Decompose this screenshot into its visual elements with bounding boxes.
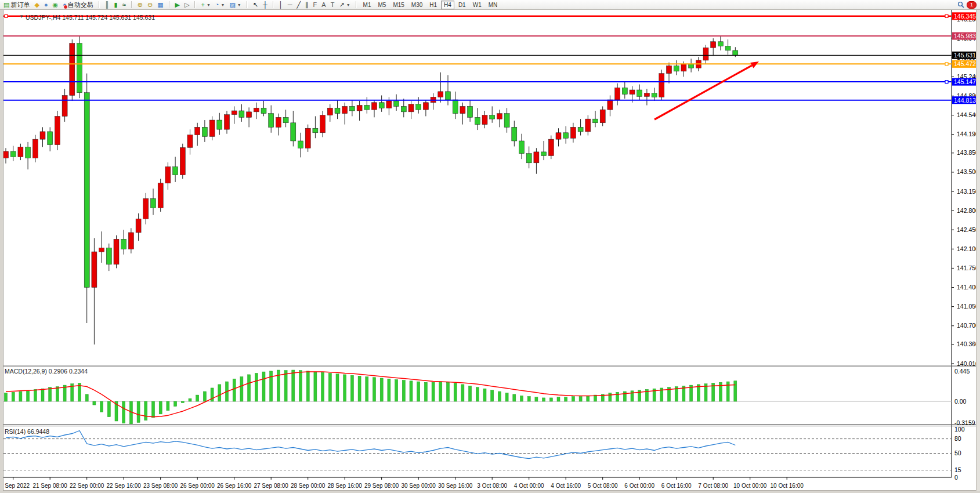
vertical-line-icon: │ <box>279 1 283 9</box>
candlestick-icon: ▮ <box>114 1 118 9</box>
macd-bar <box>380 378 383 401</box>
fibonacci-button[interactable]: F <box>311 0 320 9</box>
macd-bar <box>557 397 560 401</box>
macd-bar <box>56 387 59 401</box>
chart-menu-caret-icon[interactable]: ▼ <box>19 14 24 19</box>
candle-body <box>165 166 171 183</box>
candle-body <box>386 101 392 108</box>
time-label: 6 Oct 00:00 <box>624 483 654 489</box>
signals-button[interactable]: ◉ <box>50 0 61 9</box>
candle-body <box>269 114 274 128</box>
macd-bar <box>196 395 199 401</box>
macd-indicator-label: MACD(12,26,9) 0.2906 0.2344 <box>5 368 88 375</box>
hline-handle[interactable] <box>945 14 948 17</box>
line-chart-mode-button[interactable]: ≈ <box>120 0 128 9</box>
hline-handle[interactable] <box>945 63 948 66</box>
crosshair-icon: ┼ <box>263 1 267 9</box>
candle-body <box>276 117 281 127</box>
candle-body <box>3 151 9 158</box>
time-label: 3 Oct 08:00 <box>477 483 507 489</box>
candle-body <box>468 106 473 117</box>
candle-body <box>209 120 215 136</box>
timeframe-button-d1[interactable]: D1 <box>455 1 469 9</box>
timeframe-button-mn[interactable]: MN <box>486 1 501 9</box>
candle-body <box>239 111 244 117</box>
macd-bar <box>306 371 309 401</box>
toolbar-separator <box>273 1 274 8</box>
candle-body <box>423 103 428 110</box>
styles-button[interactable]: ◆ <box>32 0 41 9</box>
candle-body <box>689 64 694 68</box>
bar-chart-mode-button[interactable]: ║ <box>103 0 112 9</box>
time-label: 30 Sep 16:00 <box>438 483 473 489</box>
profile-button[interactable]: ● <box>42 0 50 9</box>
template-button[interactable]: ▨▼ <box>227 0 243 9</box>
candle-body <box>659 74 664 97</box>
macd-bar <box>255 373 258 401</box>
candle-body <box>364 106 370 110</box>
macd-bar <box>350 375 353 401</box>
rsi-axis-label: 0 <box>954 474 958 481</box>
hline-handle[interactable] <box>5 14 8 17</box>
candle-body <box>335 108 340 113</box>
label-button[interactable]: T <box>328 0 337 9</box>
timeframe-button-m15[interactable]: M15 <box>390 1 407 9</box>
trendline-button[interactable]: ╱ <box>294 0 303 9</box>
styles-icon: ◆ <box>34 1 39 9</box>
auto-trading-button[interactable]: ●自动交易 <box>60 0 96 9</box>
new-order-button[interactable]: ▤新订单 <box>1 0 32 9</box>
period-button[interactable]: ◔▼ <box>213 0 227 9</box>
label-tool-icon: T <box>331 1 335 9</box>
timeframe-button-w1[interactable]: W1 <box>470 1 484 9</box>
candle-body <box>630 90 635 95</box>
cursor-button[interactable]: ↖ <box>251 0 261 9</box>
time-label: 7 Oct 08:00 <box>698 483 728 489</box>
arrows-icon: ↗ <box>339 1 344 9</box>
candlestick-mode-button[interactable]: ▮ <box>112 0 120 9</box>
time-label: 4 Oct 00:00 <box>514 483 544 489</box>
window-edge-bottom <box>0 491 980 493</box>
macd-bar <box>535 397 538 401</box>
zoom-in-button[interactable]: ⊕ <box>135 0 145 9</box>
candle-body <box>512 127 517 141</box>
candle-body <box>26 147 31 158</box>
hline-handle[interactable] <box>945 81 948 84</box>
macd-bar <box>402 380 405 401</box>
macd-bar <box>100 401 103 412</box>
time-label: 26 Sep 16:00 <box>217 483 252 489</box>
search-icon[interactable] <box>957 1 964 8</box>
candle-body <box>446 92 451 100</box>
channel-button[interactable]: ∥ <box>303 0 311 9</box>
tile-windows-button[interactable]: ▦ <box>155 0 165 9</box>
candle-body <box>327 108 332 115</box>
horizontal-line-button[interactable]: ─ <box>285 0 295 9</box>
macd-bar <box>159 401 162 414</box>
candle-body <box>563 133 569 138</box>
notification-badge[interactable]: 1 <box>967 1 977 9</box>
vertical-line-button[interactable]: │ <box>277 0 285 9</box>
macd-bar <box>292 370 295 401</box>
candle-body <box>475 117 480 124</box>
candle-body <box>733 50 738 56</box>
macd-bar <box>314 372 317 401</box>
candle-body <box>305 128 310 148</box>
crosshair-button[interactable]: ┼ <box>261 0 270 9</box>
macd-bar <box>447 382 450 401</box>
timeframe-button-m30[interactable]: M30 <box>408 1 425 9</box>
chart-canvas: 146.290145.940145.590145.240144.890144.5… <box>0 0 980 493</box>
channel-icon: ∥ <box>305 1 309 9</box>
time-label: 27 Sep 08:00 <box>254 483 288 489</box>
arrows-button[interactable]: ↗▼ <box>337 0 352 9</box>
timeframe-button-m1[interactable]: M1 <box>360 1 374 9</box>
timeframe-button-h4[interactable]: H4 <box>441 1 454 9</box>
timeframe-button-h1[interactable]: H1 <box>426 1 440 9</box>
zoom-out-button[interactable]: ⊖ <box>145 0 155 9</box>
timeframe-button-m5[interactable]: M5 <box>375 1 389 9</box>
macd-bar <box>27 391 30 401</box>
auto-scroll-button[interactable]: ▶ <box>173 0 182 9</box>
macd-axis-label: -0.3159 <box>954 419 975 426</box>
chart-shift-button[interactable]: ▷ <box>182 0 191 9</box>
text-button[interactable]: A <box>319 0 328 9</box>
new-chart-button[interactable]: +▼ <box>198 0 212 9</box>
candle-body <box>416 104 421 110</box>
